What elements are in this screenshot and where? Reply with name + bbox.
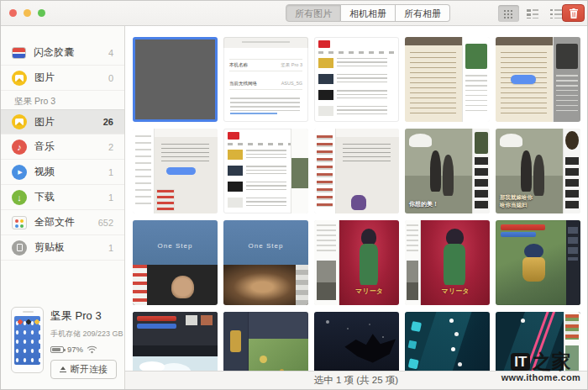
thumbnail-art bbox=[228, 132, 239, 140]
device-info: 坚果 Pro 3 手机存储 209/223 GB 97% 断开连接 bbox=[50, 307, 123, 379]
zoom-icon[interactable] bbox=[38, 9, 45, 17]
thumbnail-art bbox=[166, 167, 195, 174]
files-icon bbox=[12, 216, 27, 229]
sidebar-item-downloads[interactable]: ↓ 下载 1 bbox=[1, 185, 124, 210]
grid-view-icon bbox=[503, 9, 514, 18]
thumbnail-art bbox=[223, 312, 249, 371]
thumbnail-art bbox=[336, 129, 399, 213]
mixed-view-button[interactable] bbox=[522, 5, 543, 22]
thumbnail-notes-split[interactable] bbox=[405, 37, 490, 122]
thumbnail-art: 本机名称坚果 Pro 3 bbox=[229, 59, 302, 71]
thumbnail-art bbox=[291, 129, 308, 213]
sidebar-item-label: 下载 bbox=[34, 190, 55, 204]
thumbnail-art bbox=[318, 73, 395, 84]
sidebar-item-label: 图片 bbox=[34, 115, 55, 129]
thumbnail-selected-dark[interactable] bbox=[133, 37, 218, 122]
thumbnail-art bbox=[318, 57, 395, 68]
sidebar-item-pictures-device[interactable]: 图片 26 bbox=[1, 109, 124, 134]
thumbnail-game-battle[interactable] bbox=[496, 220, 580, 305]
thumbnail-art bbox=[318, 51, 395, 54]
poster-caption: マリータ bbox=[421, 287, 490, 296]
thumbnail-one-step-video[interactable]: One Step bbox=[133, 220, 218, 305]
thumbnail-anime-poster[interactable]: マリータ bbox=[405, 220, 490, 305]
sidebar-item-flash-capsule[interactable]: 闪念胶囊 4 bbox=[1, 40, 124, 66]
sidebar-item-label: 剪贴板 bbox=[34, 240, 65, 255]
grid-view-button[interactable] bbox=[498, 5, 519, 22]
thumbnail-art bbox=[524, 244, 543, 259]
item-count-badge: 4 bbox=[108, 48, 113, 58]
tab-camera-album[interactable]: 相机相册 bbox=[341, 4, 396, 22]
device-storage: 手机存储 209/223 GB bbox=[50, 329, 123, 340]
thumbnail-art bbox=[405, 37, 462, 122]
ithome-watermark: IT 之家 www.ithome.com bbox=[501, 352, 580, 382]
download-icon: ↓ bbox=[12, 190, 27, 205]
sidebar-item-clipboard[interactable]: 剪贴板 1 bbox=[1, 235, 124, 261]
thumbnail-dark-bat-scene[interactable] bbox=[314, 312, 399, 371]
selection-status-text: 选中 1 项 (共 25 项) bbox=[314, 374, 398, 387]
sidebar-device-group: 图片 26 ♪ 音乐 2 ▶ 视频 1 ↓ 下载 1 全部文件 652 bbox=[1, 109, 124, 261]
wifi-icon bbox=[87, 345, 97, 354]
thumbnail-anime-poster-split[interactable]: マリータ bbox=[314, 220, 399, 305]
thumbnail-chat-2[interactable] bbox=[314, 129, 399, 213]
tab-all-pictures[interactable]: 所有图片 bbox=[286, 4, 341, 22]
thumbnail-wechat-chat[interactable] bbox=[133, 129, 218, 213]
music-icon: ♪ bbox=[12, 140, 27, 155]
video-icon: ▶ bbox=[12, 165, 27, 180]
sidebar-item-label: 图片 bbox=[34, 71, 55, 85]
sidebar-item-all-files[interactable]: 全部文件 652 bbox=[1, 210, 124, 235]
thumbnail-art bbox=[411, 321, 422, 332]
thumbnail-art bbox=[314, 220, 339, 305]
thumbnail-art bbox=[314, 129, 336, 213]
thumbnail-art bbox=[318, 40, 330, 48]
thumbnail-news-feed[interactable] bbox=[314, 37, 399, 122]
sidebar-item-video[interactable]: ▶ 视频 1 bbox=[1, 160, 124, 185]
one-step-label: One Step bbox=[133, 242, 218, 250]
sidebar-item-pictures-local[interactable]: 图片 0 bbox=[1, 66, 124, 91]
thumbnail-art bbox=[318, 89, 395, 100]
sidebar-item-label: 音乐 bbox=[34, 140, 55, 154]
view-toggle-group bbox=[498, 5, 566, 22]
thumbnail-art bbox=[133, 129, 155, 213]
item-count-badge: 26 bbox=[103, 117, 113, 127]
thumbnail-video-girls-1[interactable]: 你想的美！ bbox=[405, 129, 490, 213]
disconnect-button[interactable]: 断开连接 bbox=[50, 360, 117, 379]
title-bar: 所有图片 相机相册 所有相册 bbox=[1, 1, 588, 26]
traffic-lights bbox=[9, 9, 45, 17]
thumbnail-video-girls-2[interactable]: 那我就嫁给你给你当媳妇 bbox=[496, 129, 580, 213]
video-caption: 你想的美！ bbox=[409, 200, 438, 208]
ithome-logo-icon: IT bbox=[511, 353, 530, 371]
thumbnail-one-step-movie[interactable]: One Step bbox=[223, 220, 308, 305]
sidebar-device-section-header: 坚果 Pro 3 bbox=[1, 91, 124, 109]
delete-button[interactable] bbox=[562, 4, 585, 22]
item-count-badge: 652 bbox=[98, 218, 113, 228]
thumbnail-game-valley[interactable] bbox=[223, 312, 308, 371]
minimize-icon[interactable] bbox=[24, 9, 31, 17]
thumbnail-art bbox=[563, 129, 580, 213]
thumbnail-notes-bubble[interactable] bbox=[496, 37, 580, 122]
poster-caption: マリータ bbox=[339, 287, 399, 296]
thumbnail-neon-hexagons[interactable] bbox=[405, 312, 490, 371]
capsule-icon bbox=[12, 47, 26, 59]
thumbnail-settings-screenshot[interactable]: 本机名称坚果 Pro 3 当前无线网络ASUS_5G bbox=[223, 37, 308, 122]
tab-all-albums[interactable]: 所有相册 bbox=[396, 4, 450, 22]
thumbnail-art bbox=[318, 105, 395, 116]
disconnect-label: 断开连接 bbox=[71, 363, 108, 376]
watermark-url: www.ithome.com bbox=[501, 372, 580, 382]
close-icon[interactable] bbox=[9, 9, 17, 17]
item-count-badge: 1 bbox=[108, 192, 113, 203]
thumbnail-news-feed-2[interactable] bbox=[223, 129, 308, 213]
thumbnail-art: 当前无线网络ASUS_5G bbox=[229, 77, 302, 90]
one-step-label: One Step bbox=[223, 242, 308, 250]
item-count-badge: 2 bbox=[108, 142, 113, 152]
device-name: 坚果 Pro 3 bbox=[50, 308, 123, 324]
thumbnail-art bbox=[521, 150, 532, 191]
thumbnail-game-hp-map[interactable] bbox=[133, 312, 218, 371]
thumbnail-art bbox=[133, 356, 218, 371]
phone-preview bbox=[11, 307, 44, 373]
sidebar-item-music[interactable]: ♪ 音乐 2 bbox=[1, 134, 124, 160]
photos-icon bbox=[12, 71, 27, 86]
thumbnail-art bbox=[133, 312, 218, 345]
grid-scroll-area[interactable]: 本机名称坚果 Pro 3 当前无线网络ASUS_5G bbox=[125, 26, 587, 371]
thumbnail-art bbox=[133, 265, 218, 305]
thumbnail-art bbox=[249, 339, 308, 371]
